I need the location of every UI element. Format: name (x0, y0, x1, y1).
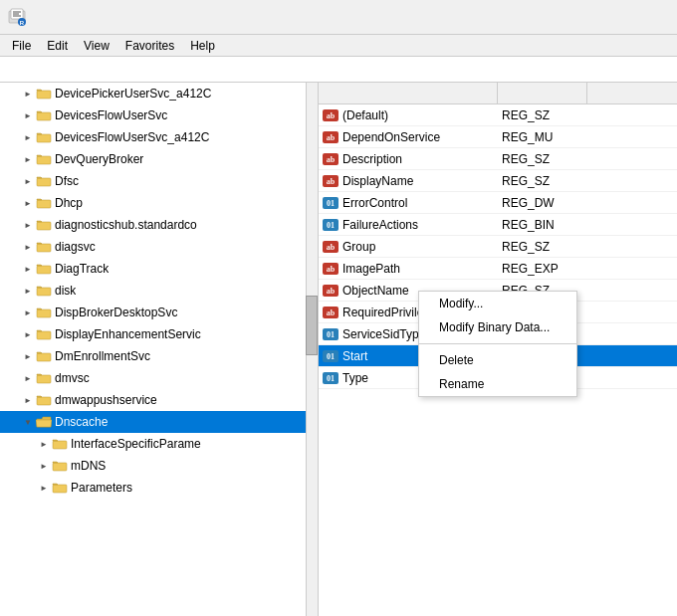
tree-expand-dispbrokerdeskop[interactable]: ► (20, 305, 36, 320)
folder-icon-disk (36, 283, 52, 299)
svg-text:ab: ab (327, 155, 336, 164)
tree-item-devicepickerusersvc[interactable]: ► DevicePickerUserSvc_a412C (0, 83, 318, 104)
value-row-description[interactable]: ab DescriptionREG_SZ (319, 148, 677, 170)
tree-expand-interfacespecificparams[interactable]: ► (36, 436, 52, 452)
svg-rect-23 (53, 463, 67, 471)
tree-item-dmenrollmentsvc[interactable]: ► DmEnrollmentSvc (0, 345, 318, 367)
svg-text:ab: ab (327, 111, 336, 120)
value-name-text-default: (Default) (342, 108, 388, 122)
tree-item-devicesflowusersvc[interactable]: ► DevicesFlowUserSvc (0, 104, 318, 126)
svg-text:01: 01 (327, 221, 335, 230)
context-menu-modify[interactable]: Modify... (419, 292, 576, 315)
folder-icon-diagsvc (36, 239, 52, 255)
tree-item-disk[interactable]: ► disk (0, 280, 318, 302)
tree-item-mdns[interactable]: ► mDNS (0, 455, 318, 477)
tree-item-dmvsc[interactable]: ► dmvsc (0, 367, 318, 389)
menu-bar: File Edit View Favorites Help (0, 35, 677, 57)
tree-expand-disk[interactable]: ► (20, 283, 36, 299)
values-header (319, 83, 677, 104)
tree-pane: ► DevicePickerUserSvc_a412C► DevicesFlow… (0, 83, 319, 616)
tree-expand-devicepickerusersvc[interactable]: ► (20, 86, 36, 102)
value-row-default[interactable]: ab (Default)REG_SZ (319, 104, 677, 126)
tree-expand-mdns[interactable]: ► (36, 458, 52, 474)
tree-expand-diagtrack[interactable]: ► (20, 261, 36, 277)
menu-file[interactable]: File (4, 37, 39, 55)
tree-item-devicesflowusersvc_a412c[interactable]: ► DevicesFlowUserSvc_a412C (0, 126, 318, 148)
value-type-default: REG_SZ (498, 104, 587, 125)
tree-item-parameters[interactable]: ► Parameters (0, 477, 318, 499)
tree-expand-devicesflowusersvc[interactable]: ► (20, 107, 36, 123)
svg-text:R: R (20, 20, 25, 26)
tree-expand-dfsc[interactable]: ► (20, 173, 36, 189)
tree-expand-devicesflowusersvc_a412c[interactable]: ► (20, 129, 36, 145)
tree-expand-dmvsc[interactable]: ► (20, 370, 36, 386)
folder-icon-interfacespecificparams (52, 436, 68, 452)
tree-expand-devquerybroker[interactable]: ► (20, 151, 36, 167)
value-type-failureactions: REG_BIN (498, 214, 587, 235)
svg-rect-14 (37, 244, 51, 252)
col-header-type (498, 83, 587, 103)
folder-icon-dfsc (36, 173, 52, 189)
menu-view[interactable]: View (76, 37, 117, 55)
tree-item-diagsvc[interactable]: ► diagsvc (0, 236, 318, 258)
svg-rect-21 (37, 397, 51, 405)
folder-icon-devicesflowusersvc_a412c (36, 129, 52, 145)
reg-icon-requiredprivileges: ab (323, 305, 338, 320)
tree-expand-dnscache[interactable]: ▼ (20, 414, 36, 430)
folder-icon-diagnosticshub (36, 217, 52, 233)
tree-item-diagtrack[interactable]: ► DiagTrack (0, 258, 318, 280)
tree-expand-dhcp[interactable]: ► (20, 195, 36, 211)
folder-icon-devicesflowusersvc (36, 107, 52, 123)
tree-expand-dmwappushservice[interactable]: ► (20, 392, 36, 408)
tree-item-interfacespecificparams[interactable]: ► InterfaceSpecificParame (0, 433, 318, 455)
value-row-group[interactable]: ab GroupREG_SZ (319, 236, 677, 258)
value-row-displayname[interactable]: ab DisplayNameREG_SZ (319, 170, 677, 192)
tree-expand-dmenrollmentsvc[interactable]: ► (20, 348, 36, 364)
tree-label-devicesflowusersvc_a412c: DevicesFlowUserSvc_a412C (55, 130, 209, 144)
tree-item-diagnosticshub[interactable]: ► diagnosticshub.standardco (0, 214, 318, 236)
value-row-errorcontrol[interactable]: 01 ErrorControlREG_DW (319, 192, 677, 214)
reg-icon-imagepath: ab (323, 261, 338, 277)
svg-rect-17 (37, 309, 51, 317)
value-type-imagepath: REG_EXP (498, 258, 587, 279)
menu-favorites[interactable]: Favorites (117, 37, 182, 55)
context-menu-modify-binary[interactable]: Modify Binary Data... (419, 315, 576, 339)
tree-expand-diagsvc[interactable]: ► (20, 239, 36, 255)
value-name-displayname: ab DisplayName (319, 170, 498, 191)
context-menu-rename[interactable]: Rename (419, 372, 576, 396)
value-row-dependonservice[interactable]: ab DependOnServiceREG_MU (319, 126, 677, 148)
tree-scrollbar-thumb[interactable] (306, 296, 318, 355)
context-menu-delete[interactable]: Delete (419, 348, 576, 372)
tree-label-dmwappushservice: dmwappushservice (55, 393, 157, 407)
reg-icon-group: ab (323, 239, 338, 255)
tree-label-dnscache: Dnscache (55, 415, 108, 429)
value-name-text-description: Description (342, 152, 402, 166)
tree-item-displayenhancement[interactable]: ► DisplayEnhancementServic (0, 323, 318, 345)
tree-expand-diagnosticshub[interactable]: ► (20, 217, 36, 233)
value-row-failureactions[interactable]: 01 FailureActionsREG_BIN (319, 214, 677, 236)
tree-label-dmvsc: dmvsc (55, 371, 90, 385)
tree-scrollbar[interactable] (306, 83, 318, 616)
col-header-name (319, 83, 498, 103)
menu-edit[interactable]: Edit (39, 37, 76, 55)
tree-item-devquerybroker[interactable]: ► DevQueryBroker (0, 148, 318, 170)
context-menu: Modify... Modify Binary Data... Delete R… (418, 291, 577, 397)
svg-rect-9 (37, 134, 51, 142)
tree-expand-parameters[interactable]: ► (36, 480, 52, 496)
menu-help[interactable]: Help (182, 37, 223, 55)
reg-icon-failureactions: 01 (323, 217, 338, 233)
svg-rect-15 (37, 266, 51, 274)
tree-item-dnscache[interactable]: ▼ Dnscache (0, 411, 318, 433)
value-name-text-type: Type (342, 371, 368, 385)
folder-icon-dispbrokerdeskop (36, 305, 52, 320)
tree-item-dfsc[interactable]: ► Dfsc (0, 170, 318, 192)
tree-item-dispbrokerdeskop[interactable]: ► DispBrokerDesktopSvc (0, 302, 318, 323)
value-row-imagepath[interactable]: ab ImagePathREG_EXP (319, 258, 677, 280)
tree-item-dhcp[interactable]: ► Dhcp (0, 192, 318, 214)
value-name-imagepath: ab ImagePath (319, 258, 498, 279)
folder-icon-diagtrack (36, 261, 52, 277)
value-name-group: ab Group (319, 236, 498, 257)
tree-item-dmwappushservice[interactable]: ► dmwappushservice (0, 389, 318, 411)
folder-icon-parameters (52, 480, 68, 496)
tree-expand-displayenhancement[interactable]: ► (20, 326, 36, 342)
